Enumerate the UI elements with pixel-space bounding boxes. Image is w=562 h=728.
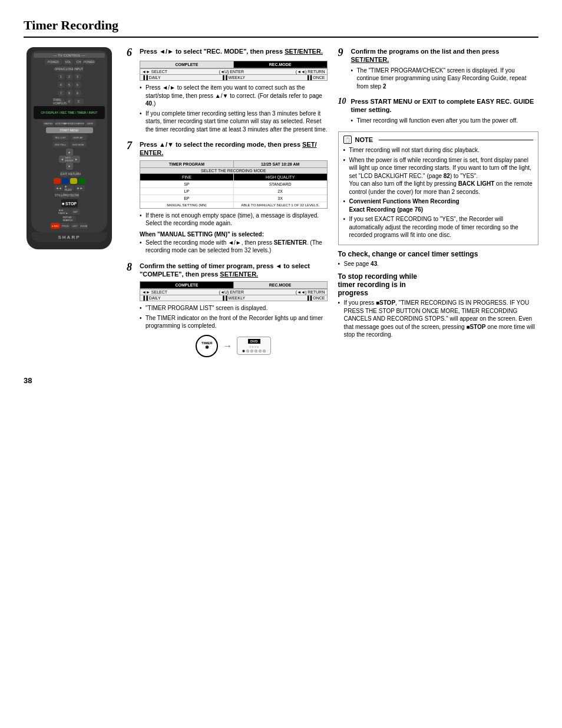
btn-5[interactable]: 5 bbox=[66, 81, 73, 88]
list-btn[interactable]: LIST bbox=[71, 223, 79, 229]
screen8-nav2: ▐▐ DAILY ▐▐ WEEKLY ▐▐ ONCE bbox=[140, 295, 327, 301]
play-btn[interactable]: ► PLAY bbox=[65, 185, 74, 191]
step-10: 10 Press START MENU or EXIT to complete … bbox=[338, 97, 539, 124]
ch-btn[interactable]: CH bbox=[74, 59, 84, 65]
screen6-nav2: ▐▐ DAILY ▐▐ WEEKLY ▐▐ ONCE bbox=[140, 74, 327, 80]
dot1 bbox=[242, 350, 245, 353]
step-6-number: 6 bbox=[127, 47, 137, 58]
note-icon: 📋 bbox=[343, 136, 352, 144]
sharp-logo: SHARP bbox=[34, 235, 105, 240]
open-close-btn[interactable]: OPEN/CLOSE bbox=[55, 66, 73, 72]
screen8-col2: REC.MODE bbox=[234, 282, 327, 288]
step6-bullet1: Press ◄/► to select the item you want to… bbox=[140, 84, 328, 108]
note-bullet1: Timer recording will not start during di… bbox=[343, 146, 534, 154]
screen-step7: TIMER PROGRAM 12/25 SAT 10:28 AM SELECT … bbox=[140, 160, 328, 209]
step-6-title: Press ◄/► to select "REC. MODE", then pr… bbox=[140, 47, 323, 55]
check-cancel-bullet: See page 43. bbox=[338, 260, 539, 268]
step-8-bullets: "TIMER PROGRAM LIST" screen is displayed… bbox=[140, 304, 328, 330]
vol-btn[interactable]: VOL bbox=[64, 59, 73, 65]
step7-bullet1: If there is not enough empty space (time… bbox=[140, 212, 328, 228]
display-btn[interactable]: DISPLAY bbox=[70, 134, 87, 140]
return-btn[interactable]: RETURN bbox=[70, 171, 80, 177]
quality-lp: 2X bbox=[234, 188, 327, 195]
btn-0[interactable]: 0 bbox=[66, 98, 73, 105]
skip-btn[interactable]: SKP bbox=[71, 209, 80, 215]
af-btn[interactable]: 24HFI bbox=[84, 120, 96, 126]
dvd-tell-btn[interactable]: DVD TELL bbox=[52, 141, 69, 147]
tv-control-label: — TV CONTROL — bbox=[34, 53, 105, 58]
step-8-title: Confirm the setting of timer program, pr… bbox=[140, 262, 328, 279]
rec-btn[interactable]: ● REC bbox=[51, 223, 60, 229]
exit-btn[interactable]: EXIT bbox=[59, 171, 69, 177]
green-btn[interactable] bbox=[78, 178, 85, 184]
zoom-btn[interactable]: ZOOM bbox=[80, 223, 88, 229]
power2-btn[interactable]: POWER bbox=[85, 59, 94, 65]
c-btn[interactable]: C bbox=[74, 98, 84, 104]
manual-setting-bullets: Select the recording mode with ◄/►, then… bbox=[140, 239, 328, 255]
input-btn[interactable]: INPUT bbox=[74, 66, 84, 72]
arrow-icon: → bbox=[223, 341, 232, 351]
dpad-right[interactable]: ► bbox=[73, 156, 80, 163]
step-10-title: Press START MENU or EXIT to complete EAS… bbox=[351, 97, 539, 114]
btn-9[interactable]: 9 bbox=[74, 90, 81, 97]
blue-btn[interactable] bbox=[62, 178, 69, 184]
dvd-now-btn[interactable]: DVD NOW bbox=[70, 141, 87, 147]
btn-3[interactable]: 3 bbox=[74, 73, 81, 80]
stop-recording-title: To stop recording whiletimer recording i… bbox=[338, 272, 539, 297]
step-6: 6 Press ◄/► to select "REC. MODE", then … bbox=[127, 47, 328, 133]
fastr-btn[interactable]: ◄◄ F.ADV ► bbox=[58, 209, 70, 215]
btn-6[interactable]: 6 bbox=[74, 81, 81, 88]
timer-dots bbox=[242, 350, 266, 353]
check-cancel-title: To check, change or cancel timer setting… bbox=[338, 250, 539, 258]
note-bullet2: When the power is off while recording ti… bbox=[343, 156, 534, 196]
red-btn[interactable] bbox=[54, 178, 61, 184]
sav-btn[interactable]: SAVING bbox=[42, 120, 54, 126]
dpad-center-enter[interactable]: SET/ENTER bbox=[65, 155, 74, 163]
slow-btn[interactable]: SLOW bbox=[70, 192, 80, 198]
btn-7[interactable]: 7 bbox=[58, 90, 65, 97]
screen6-col1: COMPLETE bbox=[140, 61, 234, 68]
mode-sp: SP bbox=[140, 181, 234, 187]
step10-bullet1: Timer recording will function even after… bbox=[351, 117, 539, 125]
step6-bullet2: If you complete timer recording setting … bbox=[140, 110, 328, 134]
btn-2[interactable]: 2 bbox=[66, 73, 73, 80]
stop-btn[interactable]: ■ STOP bbox=[61, 199, 78, 207]
prog-btn[interactable]: PROG bbox=[61, 223, 70, 229]
step-6-bullets: Press ◄/► to select the item you want to… bbox=[140, 84, 328, 133]
still-btn[interactable]: STILL/PAUSE bbox=[59, 192, 69, 198]
screen6-col2: REC.MODE bbox=[234, 61, 327, 68]
remote-display: CH DISPLAY / REC TIME / TIMER / INPUT bbox=[34, 106, 105, 119]
btn-8[interactable]: 8 bbox=[66, 90, 73, 97]
snail-btn[interactable]: SNAIL VCAPLUS bbox=[55, 98, 65, 104]
step-10-number: 10 bbox=[338, 97, 349, 106]
stop-recording-bullet: If you press ■STOP, "TIMER RECORDING IS … bbox=[338, 299, 539, 339]
quality-sp: STANDARD bbox=[234, 181, 327, 187]
fwd-btn[interactable]: ►► bbox=[75, 185, 85, 191]
screen-step6: COMPLETE REC.MODE ◄► SELECT (◄U) ENTER (… bbox=[140, 61, 328, 81]
screen8-nav: ◄► SELECT (◄U) ENTER (◄◄) RETURN bbox=[140, 289, 327, 295]
dot2 bbox=[246, 350, 249, 353]
numb-btn[interactable]: NR/RDB/CHAR/HFI+ bbox=[67, 120, 84, 126]
btn-4[interactable]: 4 bbox=[58, 81, 65, 88]
remote-control: — TV CONTROL — POWER VOL CH POWER OPEN/C… bbox=[27, 47, 112, 249]
rev-btn[interactable]: ◄◄ bbox=[54, 185, 64, 191]
rec-list-btn[interactable]: REC LIST bbox=[52, 134, 69, 140]
dpad-down[interactable]: ▼ bbox=[66, 163, 73, 170]
note-box: 📋 NOTE Timer recording will not start du… bbox=[338, 131, 539, 245]
yellow-btn[interactable] bbox=[70, 178, 77, 184]
step-7-number: 7 bbox=[127, 140, 137, 151]
mode-fine: FINE bbox=[140, 174, 234, 180]
dpad[interactable]: ▲ ▼ ◄ ► SET/ENTER bbox=[59, 149, 80, 170]
step-9-number: 9 bbox=[338, 47, 349, 58]
replay-btn[interactable]: REPLAY SEARCH bbox=[63, 216, 76, 222]
step-10-bullets: Timer recording will function even after… bbox=[351, 117, 539, 125]
page-title: Timer Recording bbox=[24, 18, 538, 38]
dpad-container: ▲ ▼ ◄ ► SET/ENTER bbox=[34, 149, 105, 170]
step-7-title: Press ▲/▼ to select the recording mode, … bbox=[140, 140, 317, 157]
power-btn[interactable]: POWER bbox=[45, 59, 62, 65]
note-title: 📋 NOTE bbox=[343, 136, 534, 144]
note-bullet4: If you set EXACT RECORDING to "YES", the… bbox=[343, 215, 534, 239]
btn-1[interactable]: 1 bbox=[58, 73, 65, 80]
start-menu-btn[interactable]: START MENU bbox=[46, 127, 93, 133]
note-bullets: Timer recording will not start during di… bbox=[343, 146, 534, 239]
